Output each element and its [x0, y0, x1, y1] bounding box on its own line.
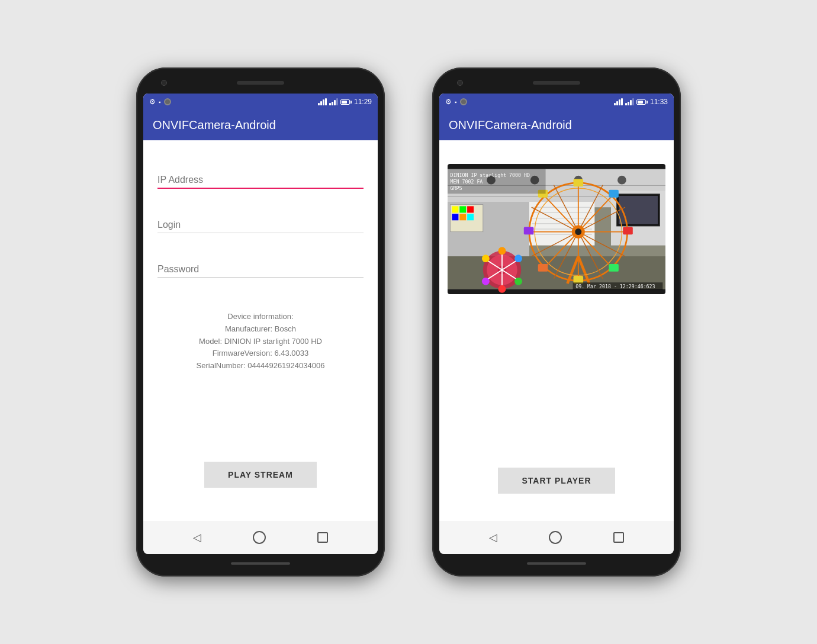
sim-icon: ▪ [159, 99, 161, 105]
start-player-button[interactable]: START PLAYER [498, 468, 615, 494]
circle-status-icon-2 [460, 98, 467, 105]
circle-status-icon [164, 98, 171, 105]
camera-scene: DINION IP starlight 7000 HD MEN 7002 FA … [448, 164, 665, 294]
svg-rect-12 [452, 206, 458, 212]
svg-text:MEN 7002 FA: MEN 7002 FA [451, 179, 483, 185]
login-input[interactable] [157, 215, 364, 233]
phone-bottom-1 [143, 558, 378, 569]
device-info: Device information: Manufacturer: Bosch … [157, 311, 364, 372]
svg-rect-28 [619, 196, 658, 224]
app-container: ⚙ ▪ [136, 67, 681, 577]
svg-point-59 [575, 228, 581, 235]
phone-top-bar-1 [143, 75, 378, 91]
battery-icon [340, 99, 352, 105]
back-button-1[interactable]: ◁ [193, 531, 201, 544]
svg-text:09. Mar 2018 - 12:29:46:623: 09. Mar 2018 - 12:29:46:623 [575, 284, 655, 289]
login-group [157, 215, 364, 233]
wifi-signal-icon [318, 98, 327, 105]
phone-bottom-2 [439, 558, 674, 569]
status-right-2: 11:33 [614, 98, 668, 106]
manufacturer-info: Manufacturer: Bosch [157, 323, 364, 336]
screen-content-2: DINION IP starlight 7000 HD MEN 7002 FA … [439, 140, 674, 521]
back-button-2[interactable]: ◁ [489, 531, 497, 544]
home-bar-2 [527, 562, 586, 565]
svg-rect-51 [609, 190, 619, 198]
screen-content-1: Device information: Manufacturer: Bosch … [143, 140, 378, 521]
svg-text:DINION IP starlight 7000 HD: DINION IP starlight 7000 HD [451, 172, 530, 178]
serial-info: SerialNumber: 044449261924034006 [157, 360, 364, 372]
svg-rect-54 [574, 276, 584, 284]
password-input[interactable] [157, 259, 364, 278]
status-time-1: 11:29 [354, 98, 372, 106]
home-button-1[interactable] [253, 531, 266, 544]
camera-feed: DINION IP starlight 7000 HD MEN 7002 FA … [448, 164, 665, 294]
status-left-1: ⚙ ▪ [149, 98, 171, 106]
svg-rect-56 [524, 227, 534, 234]
cellular-signal-icon-2 [625, 98, 634, 105]
svg-point-74 [482, 255, 490, 262]
phone-screen-1: ⚙ ▪ [143, 94, 378, 554]
svg-rect-52 [623, 227, 633, 234]
gear-icon-2: ⚙ [445, 98, 452, 106]
svg-point-70 [514, 255, 522, 262]
device-info-label: Device information: [157, 311, 364, 323]
play-stream-button[interactable]: PLAY STREAM [204, 462, 317, 488]
model-info: Model: DINION IP starlight 7000 HD [157, 336, 364, 348]
svg-text:GRPS: GRPS [451, 185, 462, 191]
speaker-2 [533, 81, 580, 85]
cellular-signal-icon [329, 98, 338, 105]
status-bar-2: ⚙ ▪ [439, 94, 674, 110]
home-bar-1 [231, 562, 290, 565]
home-button-2[interactable] [549, 531, 562, 544]
bottom-nav-2: ◁ [439, 521, 674, 554]
svg-rect-15 [452, 214, 458, 220]
svg-point-71 [514, 278, 522, 285]
svg-rect-14 [467, 206, 474, 212]
firmware-info: FirmwareVersion: 6.43.0033 [157, 347, 364, 360]
phone-2: ⚙ ▪ [432, 67, 681, 577]
app-bar-1: ONVIFCamera-Android [143, 110, 378, 140]
status-left-2: ⚙ ▪ [445, 98, 467, 106]
svg-point-72 [498, 285, 506, 293]
status-right-1: 11:29 [318, 98, 372, 106]
password-group [157, 259, 364, 278]
wifi-signal-icon-2 [614, 98, 623, 105]
svg-point-8 [617, 176, 626, 185]
status-time-2: 11:33 [650, 98, 668, 106]
svg-rect-16 [459, 214, 466, 220]
front-camera-2 [457, 80, 463, 86]
sim-icon-2: ▪ [455, 99, 457, 105]
battery-icon-2 [636, 99, 648, 105]
svg-point-69 [498, 247, 506, 255]
svg-rect-53 [609, 264, 619, 272]
ip-address-input[interactable] [157, 170, 364, 189]
phone-1: ⚙ ▪ [136, 67, 385, 577]
app-bar-2: ONVIFCamera-Android [439, 110, 674, 140]
gear-icon: ⚙ [149, 98, 156, 106]
ip-address-group [157, 170, 364, 189]
svg-rect-55 [538, 264, 548, 272]
svg-rect-13 [459, 206, 466, 212]
bottom-nav-1: ◁ [143, 521, 378, 554]
svg-rect-50 [574, 179, 584, 186]
app-title-1: ONVIFCamera-Android [153, 118, 276, 131]
svg-rect-17 [467, 214, 474, 220]
speaker-1 [237, 81, 284, 85]
recents-button-2[interactable] [613, 532, 624, 543]
phone-screen-2: ⚙ ▪ [439, 94, 674, 554]
status-bar-1: ⚙ ▪ [143, 94, 378, 110]
phone-top-bar-2 [439, 75, 674, 91]
svg-point-73 [482, 278, 490, 285]
front-camera-1 [161, 80, 167, 86]
recents-button-1[interactable] [317, 532, 328, 543]
app-title-2: ONVIFCamera-Android [449, 118, 572, 131]
